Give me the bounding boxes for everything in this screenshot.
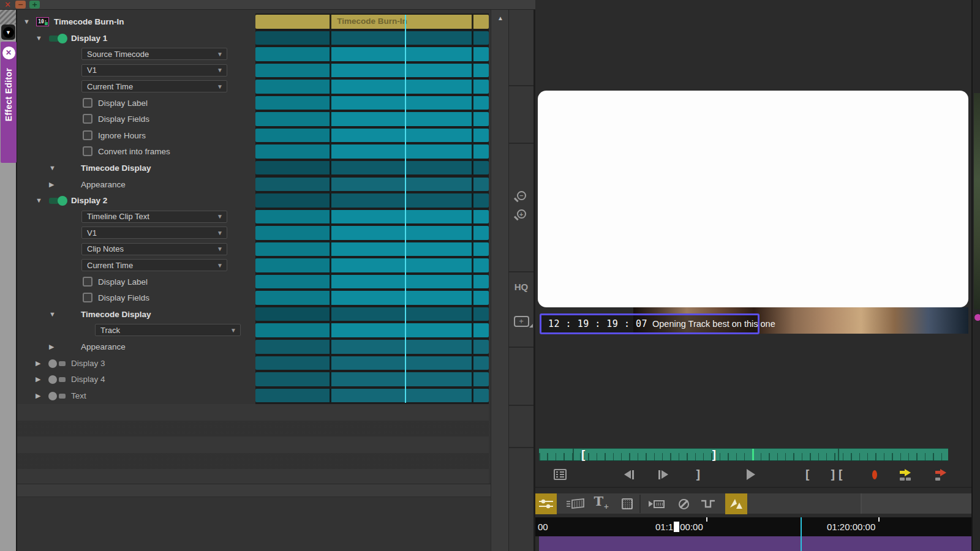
keyframe-bar-display-fields[interactable] bbox=[255, 291, 489, 305]
keyframe-bar-appearance[interactable] bbox=[255, 178, 489, 192]
tree-row-convert-into-frames: Convert into frames bbox=[17, 143, 255, 160]
dropdown-v1[interactable]: V1▼ bbox=[81, 64, 227, 77]
keyframe-bar-display-2[interactable] bbox=[255, 193, 489, 208]
keyframe-track-area[interactable]: Timecode Burn-In bbox=[255, 13, 489, 404]
step-backward-button[interactable] bbox=[617, 463, 642, 486]
keyframe-bar-timecode-display[interactable] bbox=[255, 307, 489, 321]
mark-out-button[interactable]: ] bbox=[686, 463, 710, 486]
keyframe-bar-source-timecode[interactable] bbox=[255, 47, 489, 61]
keyframe-bar-display-4[interactable] bbox=[255, 372, 489, 386]
keyframe-bar-current-time[interactable] bbox=[255, 80, 489, 94]
checkbox-display-label[interactable] bbox=[83, 98, 92, 108]
zoom-out-button[interactable]: − bbox=[509, 191, 533, 200]
close-icon[interactable]: ✕ bbox=[2, 47, 15, 59]
window-close-button[interactable]: ✕ bbox=[2, 1, 13, 9]
segment-divider bbox=[472, 129, 473, 143]
filmstrip-settings-button[interactable] bbox=[563, 493, 587, 514]
extract-button[interactable] bbox=[929, 463, 953, 486]
triangle-down-icon[interactable]: ▼ bbox=[49, 306, 56, 323]
enable-toggle-display-1[interactable] bbox=[48, 34, 67, 43]
enable-toggle-display-3[interactable] bbox=[48, 359, 67, 368]
tree-row-clip-notes: Clip Notes▼ bbox=[17, 241, 255, 258]
position-bar-ticks bbox=[539, 453, 948, 460]
grid-menu-button[interactable]: + bbox=[509, 316, 533, 327]
keyframe-bar-appearance[interactable] bbox=[255, 340, 489, 354]
text-tool-button[interactable]: T+ bbox=[590, 493, 612, 514]
keyframe-bar-timeline-clip-text[interactable] bbox=[255, 210, 489, 224]
segment-divider bbox=[472, 80, 473, 94]
triangle-down-icon[interactable]: ▼ bbox=[23, 13, 30, 30]
effect-editor-titlebar[interactable]: ✕ − + bbox=[0, 0, 535, 10]
drag-grip-icon[interactable] bbox=[0, 10, 16, 24]
timecode-burnin-overlay[interactable]: 12 : 19 : 19 : 07 Opening Track best on … bbox=[540, 313, 760, 334]
dropdown-current-time[interactable]: Current Time▼ bbox=[81, 80, 227, 92]
record-indicator-button[interactable] bbox=[862, 463, 887, 486]
timeline-ruler[interactable]: 00 01:1 00:00 01:20:00:00 bbox=[535, 517, 971, 536]
hq-toggle-button[interactable]: HQ bbox=[509, 282, 533, 292]
checkbox-display-label[interactable] bbox=[83, 277, 92, 287]
dropdown-track[interactable]: Track▼ bbox=[95, 324, 241, 336]
keyframe-bar-track[interactable] bbox=[255, 323, 489, 337]
keyframe-playhead[interactable] bbox=[405, 15, 406, 403]
go-to-next-edit-button[interactable] bbox=[893, 463, 918, 486]
keyframe-bar-text[interactable] bbox=[255, 389, 489, 403]
position-bar[interactable]: [ ] bbox=[539, 448, 948, 461]
keyframe-bar-timecode-display[interactable] bbox=[255, 161, 489, 175]
keyframe-bar-v1[interactable] bbox=[255, 226, 489, 240]
triangle-right-icon[interactable]: ▶ bbox=[36, 355, 40, 372]
dropdown-v1[interactable]: V1▼ bbox=[81, 227, 227, 239]
triangle-down-icon[interactable]: ▼ bbox=[49, 160, 56, 176]
keyframe-bar-display-label[interactable] bbox=[255, 275, 489, 289]
checkbox-display-fields[interactable] bbox=[83, 293, 92, 302]
grain-pattern-button[interactable] bbox=[616, 493, 638, 514]
effect-mode-sliders-button[interactable] bbox=[535, 493, 557, 514]
mark-in-button[interactable]: [ bbox=[795, 463, 820, 486]
timeline-track-bar[interactable] bbox=[539, 536, 971, 551]
tree-row-ignore-hours: Ignore Hours bbox=[17, 127, 255, 144]
keyframe-bar-clip-notes[interactable] bbox=[255, 242, 489, 257]
dropdown-timeline-clip-text[interactable]: Timeline Clip Text▼ bbox=[81, 211, 227, 223]
panel-menu-button[interactable]: ▼ bbox=[1, 24, 15, 40]
triangle-right-icon[interactable]: ▶ bbox=[49, 339, 54, 355]
keyframe-bar-display-3[interactable] bbox=[255, 356, 489, 370]
enable-toggle-display-4[interactable] bbox=[48, 375, 67, 384]
circle-slash-button[interactable] bbox=[673, 493, 695, 514]
keyframe-bar-ignore-hours[interactable] bbox=[255, 129, 489, 143]
keyframe-bar-v1[interactable] bbox=[255, 64, 489, 78]
triangle-down-icon[interactable]: ▼ bbox=[36, 30, 42, 47]
checkbox-display-fields[interactable] bbox=[83, 114, 92, 124]
step-forward-button[interactable] bbox=[650, 463, 675, 486]
keyframe-triangles-button[interactable] bbox=[725, 493, 747, 514]
play-button[interactable] bbox=[739, 463, 763, 486]
keyframe-bar-current-time[interactable] bbox=[255, 258, 489, 272]
effect-editor-tab[interactable]: ✕ Effect Editor bbox=[1, 42, 17, 163]
keyframe-bar-display-label[interactable] bbox=[255, 96, 489, 110]
position-indicator[interactable] bbox=[752, 449, 754, 460]
timeline-playhead[interactable] bbox=[801, 517, 802, 551]
dropdown-clip-notes[interactable]: Clip Notes▼ bbox=[81, 243, 227, 255]
zoom-in-button[interactable]: + bbox=[509, 209, 533, 219]
clip-name-menu-button[interactable] bbox=[548, 463, 572, 486]
window-plus-button[interactable]: + bbox=[29, 1, 40, 9]
enable-toggle-text[interactable] bbox=[48, 392, 67, 400]
mark-clip-button[interactable]: ][ bbox=[824, 463, 849, 486]
subgroup-label: Appearance bbox=[81, 339, 126, 355]
keyframe-bar-display-1[interactable] bbox=[255, 31, 489, 45]
triangle-right-icon[interactable]: ▶ bbox=[36, 388, 40, 404]
track-scrollbar[interactable]: ▲ bbox=[491, 10, 509, 551]
checkbox-convert-into-frames[interactable] bbox=[83, 146, 92, 156]
dropdown-current-time[interactable]: Current Time▼ bbox=[81, 259, 227, 271]
keyframe-bar-convert-into-frames[interactable] bbox=[255, 144, 489, 159]
motion-preview-button[interactable] bbox=[644, 493, 669, 514]
keyframe-bar-display-fields[interactable] bbox=[255, 112, 489, 126]
triangle-right-icon[interactable]: ▶ bbox=[36, 371, 40, 388]
scroll-up-arrow-icon[interactable]: ▲ bbox=[491, 15, 510, 21]
square-wave-button[interactable] bbox=[696, 493, 720, 514]
triangle-down-icon[interactable]: ▼ bbox=[36, 192, 42, 209]
checkbox-ignore-hours[interactable] bbox=[83, 130, 92, 140]
dropdown-source-timecode[interactable]: Source Timecode▼ bbox=[81, 48, 227, 60]
track-effect-header[interactable]: Timecode Burn-In bbox=[255, 15, 489, 29]
enable-toggle-display-2[interactable] bbox=[48, 197, 67, 205]
triangle-right-icon[interactable]: ▶ bbox=[49, 176, 54, 193]
window-minimize-button[interactable]: − bbox=[15, 1, 26, 9]
